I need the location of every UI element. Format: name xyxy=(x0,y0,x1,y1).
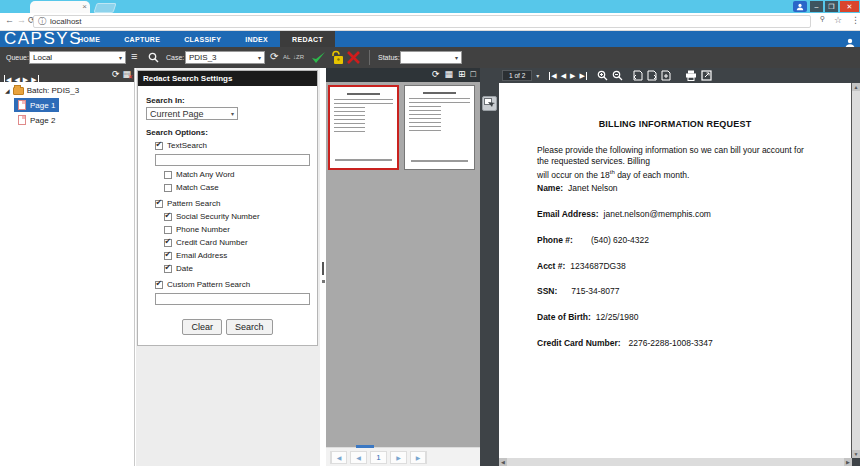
refresh-case-icon[interactable]: ⟳ xyxy=(270,51,278,62)
match-any-word-checkbox[interactable] xyxy=(164,171,172,179)
grid-3x3-view-icon[interactable]: ▦ xyxy=(445,69,454,79)
page-indicator-caret-icon[interactable]: ▾ xyxy=(536,72,539,79)
match-any-word-option[interactable]: Match Any Word xyxy=(164,170,309,179)
email-option[interactable]: Email Address xyxy=(164,251,309,260)
accept-check-icon[interactable] xyxy=(311,51,326,64)
scroll-down-icon[interactable]: ▼ xyxy=(852,450,860,458)
date-checkbox[interactable] xyxy=(164,265,172,273)
text-search-input[interactable] xyxy=(155,154,310,166)
nav-redact[interactable]: REDACT xyxy=(280,31,335,47)
status-select[interactable]: ▾ xyxy=(400,51,462,64)
search-in-select[interactable]: Current Page▾ xyxy=(146,107,238,120)
pager-last-button[interactable]: ▶ xyxy=(410,451,427,464)
doc-field-ssn: SSN:715-34-8077 xyxy=(537,286,620,296)
rotate-right-icon[interactable] xyxy=(647,70,657,81)
key-icon[interactable]: ⚲ xyxy=(820,15,825,23)
browser-tab[interactable]: × xyxy=(30,1,90,13)
clear-button[interactable]: Clear xyxy=(182,319,222,335)
url-field[interactable]: ⓘ localhost xyxy=(33,15,811,28)
zoom-out-icon[interactable] xyxy=(612,70,623,81)
scroll-up-icon[interactable]: ▲ xyxy=(852,83,860,91)
thumbnail-page-1[interactable] xyxy=(328,85,399,170)
custom-pattern-input[interactable] xyxy=(155,293,310,305)
al-icon[interactable]: AL xyxy=(283,54,290,60)
bookmark-star-icon[interactable]: ☆ xyxy=(834,15,842,25)
back-icon[interactable]: ← xyxy=(5,15,14,25)
pager-first-button[interactable]: ◀ xyxy=(330,451,347,464)
textsearch-checkbox[interactable] xyxy=(155,142,163,150)
phone-checkbox[interactable] xyxy=(164,226,172,234)
ssn-checkbox[interactable] xyxy=(164,213,172,221)
email-checkbox[interactable] xyxy=(164,252,172,260)
tree-page-2[interactable]: Page 2 xyxy=(14,113,59,127)
window-close-button[interactable]: ✕ xyxy=(840,1,859,12)
date-option[interactable]: Date xyxy=(164,264,309,273)
nav-capture[interactable]: CAPTURE xyxy=(112,31,172,47)
case-select[interactable]: PDIS_3▾ xyxy=(185,51,265,64)
nav-classify[interactable]: CLASSIFY xyxy=(172,31,233,47)
pager-next-button[interactable]: ▶ xyxy=(390,451,407,464)
tree-page-1[interactable]: Page 1 xyxy=(14,98,59,112)
browser-menu-icon[interactable]: ⋮ xyxy=(851,15,860,25)
status-label: Status: xyxy=(378,54,400,61)
list-view-icon[interactable]: ≡ xyxy=(131,50,137,62)
zoom-in-icon[interactable] xyxy=(597,70,608,81)
open-new-window-icon[interactable] xyxy=(701,70,712,81)
forward-icon[interactable]: → xyxy=(17,15,26,25)
single-page-view-icon[interactable]: □ xyxy=(471,69,476,79)
ssn-option[interactable]: Social Security Number xyxy=(164,212,309,221)
annotation-tool-button[interactable] xyxy=(482,96,497,111)
tree-expand-icon[interactable]: ◢ xyxy=(5,87,10,94)
custom-pattern-label: Custom Pattern Search xyxy=(167,280,250,289)
phone-option[interactable]: Phone Number xyxy=(164,225,309,234)
pager-current-page[interactable]: 1 xyxy=(370,451,387,464)
vertical-scrollbar[interactable]: ▲ ▼ xyxy=(852,83,860,458)
page-icon xyxy=(18,115,26,125)
profile-button[interactable] xyxy=(793,1,807,12)
document-page[interactable]: BILLING INFORMATION REQUEST Please provi… xyxy=(499,83,852,458)
pattern-search-option[interactable]: Pattern Search xyxy=(155,199,309,208)
pager-prev-button[interactable]: ◀ xyxy=(350,451,367,464)
zr-sort-icon[interactable]: ↓ZR xyxy=(293,54,304,60)
splitter-handle[interactable] xyxy=(322,262,324,275)
refresh-thumbnails-icon[interactable]: ⟳ xyxy=(432,69,440,79)
pager-scroll-indicator[interactable] xyxy=(356,445,374,448)
window-minimize-button[interactable]: – xyxy=(810,1,823,12)
textsearch-option[interactable]: TextSearch xyxy=(155,141,309,150)
refresh-batch-icon[interactable]: ⟳ xyxy=(112,69,120,79)
next-page-icon[interactable]: ▶ xyxy=(570,72,575,80)
document-intro: Please provide the following information… xyxy=(537,145,817,181)
nav-index[interactable]: INDEX xyxy=(233,31,280,47)
scroll-left-icon[interactable]: ◀ xyxy=(499,458,507,466)
site-info-icon[interactable]: ⓘ xyxy=(38,16,46,27)
credit-card-option[interactable]: Credit Card Number xyxy=(164,238,309,247)
first-page-icon[interactable]: ◀ xyxy=(549,72,556,80)
nav-home[interactable]: HOME xyxy=(66,31,112,47)
match-case-option[interactable]: Match Case xyxy=(164,183,309,192)
custom-pattern-checkbox[interactable] xyxy=(155,281,163,289)
match-case-checkbox[interactable] xyxy=(164,184,172,192)
prev-page-icon[interactable]: ◀ xyxy=(561,72,566,80)
remove-batch-icon[interactable]: ▦ ✕ xyxy=(122,69,131,79)
tab-close-icon[interactable]: × xyxy=(82,3,87,11)
custom-pattern-option[interactable]: Custom Pattern Search xyxy=(155,280,309,289)
credit-card-checkbox[interactable] xyxy=(164,239,172,247)
horizontal-scrollbar[interactable]: ◀ ▶ xyxy=(499,458,852,466)
window-maximize-button[interactable]: ❐ xyxy=(825,1,838,12)
reject-x-icon[interactable] xyxy=(347,51,360,64)
print-icon[interactable] xyxy=(685,70,697,81)
search-icon[interactable] xyxy=(148,52,159,63)
search-button[interactable]: Search xyxy=(226,319,273,335)
page-indicator[interactable]: 1 of 2 xyxy=(502,70,532,81)
last-page-icon[interactable]: ▶ xyxy=(579,72,586,80)
unlock-icon[interactable] xyxy=(331,50,344,65)
fit-page-icon[interactable] xyxy=(661,70,671,81)
pattern-search-checkbox[interactable] xyxy=(155,200,163,208)
batch-root-node[interactable]: ◢ Batch: PDIS_3 xyxy=(0,84,134,97)
new-tab-button[interactable] xyxy=(93,3,116,13)
scroll-right-icon[interactable]: ▶ xyxy=(844,458,852,466)
queue-select[interactable]: Local▾ xyxy=(29,51,126,64)
thumbnail-page-2[interactable] xyxy=(404,85,475,170)
grid-2x2-view-icon[interactable]: ⊞ xyxy=(458,69,466,79)
rotate-left-icon[interactable] xyxy=(633,70,643,81)
